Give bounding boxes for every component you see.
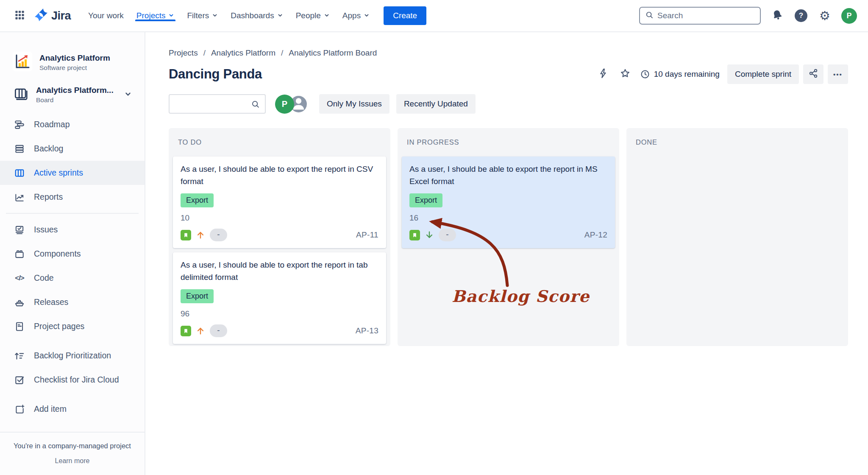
priority-high-icon: [196, 326, 205, 335]
story-type-icon: [409, 230, 420, 240]
more-actions-button[interactable]: •••: [828, 64, 848, 84]
nav-right-group: ? ⚙ P: [639, 0, 857, 31]
add-item-icon: [14, 404, 25, 415]
sidebar-item-checklist[interactable]: Checklist for Jira Cloud: [0, 368, 145, 392]
issue-key: AP-11: [356, 230, 378, 240]
nav-menu: Your work Projects Filters Dashboards Pe…: [82, 11, 376, 20]
chevron-down-icon: [277, 11, 283, 20]
sidebar-item-reports[interactable]: Reports: [0, 185, 145, 209]
jira-logo-icon: [34, 8, 48, 24]
priority-low-icon: [425, 230, 434, 240]
sidebar-item-issues[interactable]: Issues: [0, 218, 145, 242]
lightning-icon: [598, 68, 609, 81]
help-icon: ?: [795, 9, 807, 22]
jira-logo-text: Jira: [51, 9, 71, 22]
recently-updated-button[interactable]: Recently Updated: [396, 94, 476, 114]
global-search-input[interactable]: [657, 11, 761, 20]
issue-title: As a user, I should be able to export th…: [181, 259, 378, 283]
sidebar-item-active-sprints[interactable]: Active sprints: [0, 161, 145, 185]
breadcrumb-projects[interactable]: Projects: [169, 48, 198, 58]
document-icon: [14, 321, 25, 332]
learn-more-link[interactable]: Learn more: [55, 457, 90, 465]
chevron-down-icon: [168, 11, 174, 20]
global-search[interactable]: [639, 7, 761, 25]
nav-item-people[interactable]: People: [289, 11, 336, 20]
board-filter-bar: P Only My Issues Recently Updated: [169, 94, 848, 114]
board-type: Board: [36, 96, 114, 104]
jira-logo[interactable]: Jira: [34, 8, 71, 24]
sidebar-item-add-item[interactable]: Add item: [0, 397, 145, 421]
notifications-button[interactable]: [770, 8, 785, 23]
star-icon: [620, 68, 631, 81]
ship-icon: [14, 297, 25, 308]
column-in-progress-header: IN PROGRESS: [398, 128, 619, 156]
search-icon: [251, 100, 260, 109]
issues-icon: [14, 224, 25, 235]
create-button[interactable]: Create: [384, 6, 426, 25]
sidebar-menu: Roadmap Backlog Active sprints Reports I…: [0, 112, 145, 421]
share-icon: [808, 68, 818, 81]
column-todo-header: TO DO: [169, 128, 390, 156]
board-search[interactable]: [169, 94, 266, 114]
board-selector[interactable]: Analytics Platform... Board: [0, 86, 145, 104]
gear-icon: ⚙: [819, 10, 830, 22]
sprint-time-remaining: 10 days remaining: [640, 69, 720, 79]
avatar-p[interactable]: P: [275, 95, 294, 114]
assignee-avatar[interactable]: -: [210, 324, 227, 337]
complete-sprint-button[interactable]: Complete sprint: [727, 64, 799, 84]
settings-button[interactable]: ⚙: [818, 8, 832, 23]
code-icon: </>: [14, 274, 25, 282]
sidebar-item-releases[interactable]: Releases: [0, 290, 145, 314]
sidebar-item-backlog-prioritization[interactable]: Backlog Prioritization: [0, 344, 145, 368]
backlog-icon: [14, 143, 25, 154]
chevron-down-icon[interactable]: [124, 90, 132, 100]
automation-button[interactable]: [594, 65, 612, 83]
issue-card-ap-13[interactable]: As a user, I should be able to export th…: [173, 252, 386, 344]
issue-card-ap-12[interactable]: As a user, I should be able to export th…: [402, 156, 615, 248]
days-remaining-text: 10 days remaining: [654, 70, 720, 79]
nav-item-projects[interactable]: Projects: [130, 11, 181, 20]
nav-item-apps[interactable]: Apps: [336, 11, 376, 20]
column-in-progress: IN PROGRESS As a user, I should be able …: [398, 128, 619, 346]
sprint-actions: 10 days remaining Complete sprint •••: [594, 64, 848, 84]
sidebar-item-backlog[interactable]: Backlog: [0, 137, 145, 161]
nav-item-dashboards[interactable]: Dashboards: [224, 11, 289, 20]
issue-key: AP-13: [356, 326, 378, 335]
nav-item-filters[interactable]: Filters: [181, 11, 224, 20]
prioritization-icon: [14, 350, 25, 361]
sidebar-item-components[interactable]: Components: [0, 242, 145, 266]
checklist-icon: [14, 374, 25, 386]
backlog-score-value: 16: [409, 213, 607, 223]
share-button[interactable]: [803, 64, 823, 84]
chevron-down-icon: [212, 11, 218, 20]
sidebar-footer: You're in a company-managed project Lear…: [0, 432, 145, 475]
board-icon: [13, 86, 29, 104]
bell-icon: [771, 9, 783, 22]
issue-card-ap-11[interactable]: As a user, I should be able to export th…: [173, 156, 386, 248]
column-done: DONE: [626, 128, 848, 346]
sidebar-item-roadmap[interactable]: Roadmap: [0, 112, 145, 137]
assignee-avatar[interactable]: -: [210, 229, 227, 241]
assignee-avatars: P: [275, 95, 308, 114]
project-type: Software project: [39, 64, 110, 72]
roadmap-icon: [14, 119, 25, 130]
breadcrumb: Projects / Analytics Platform / Analytic…: [169, 48, 848, 58]
label-export: Export: [409, 193, 442, 207]
backlog-score-value: 10: [181, 213, 378, 223]
app-switcher-button[interactable]: [11, 7, 28, 24]
nav-item-your-work[interactable]: Your work: [82, 11, 130, 20]
project-avatar-chart-icon: [13, 52, 32, 73]
help-button[interactable]: ?: [794, 8, 808, 23]
sidebar-item-code[interactable]: </> Code: [0, 266, 145, 290]
board-search-input[interactable]: [175, 99, 251, 109]
sidebar-spacer: [0, 392, 145, 397]
breadcrumb-board[interactable]: Analytics Platform Board: [289, 48, 377, 58]
column-done-header: DONE: [626, 128, 848, 156]
sidebar-item-project-pages[interactable]: Project pages: [0, 314, 145, 338]
user-avatar[interactable]: P: [841, 8, 857, 24]
ellipsis-icon: •••: [833, 71, 843, 78]
favorite-button[interactable]: [616, 65, 634, 83]
only-my-issues-button[interactable]: Only My Issues: [319, 94, 389, 114]
breadcrumb-analytics-platform[interactable]: Analytics Platform: [211, 48, 275, 58]
assignee-avatar[interactable]: -: [439, 229, 456, 241]
